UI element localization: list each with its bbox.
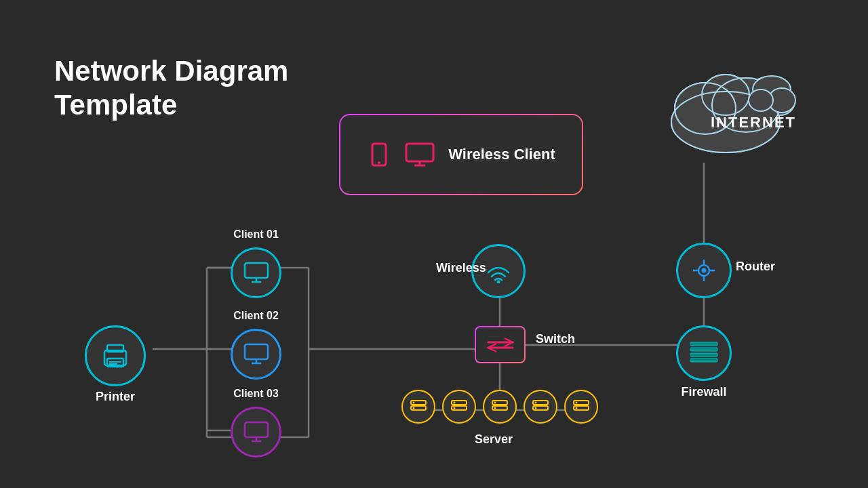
- cloud-icon: INTERNET: [651, 54, 800, 163]
- firewall-icon: [689, 340, 719, 367]
- server2-node: [442, 390, 476, 424]
- svg-point-80: [576, 407, 578, 409]
- svg-point-64: [413, 407, 415, 409]
- phone-icon: [367, 142, 391, 167]
- page-title: Network Diagram Template: [54, 54, 288, 123]
- svg-text:INTERNET: INTERNET: [711, 114, 796, 131]
- svg-rect-89: [690, 353, 717, 357]
- server2-icon: [450, 398, 468, 415]
- svg-point-21: [378, 161, 380, 164]
- switch-box: [475, 326, 526, 363]
- internet-cloud: INTERNET: [651, 54, 800, 163]
- svg-point-72: [494, 407, 496, 409]
- client02-monitor-icon: [243, 343, 269, 366]
- router-icon: [689, 256, 719, 285]
- svg-point-68: [454, 407, 456, 409]
- svg-point-63: [413, 402, 415, 404]
- client02-label: Client 02: [233, 310, 279, 322]
- client01-node: Client 01: [231, 247, 281, 298]
- switch-icon: [486, 336, 515, 354]
- printer-node: Printer: [85, 325, 146, 386]
- printer-label: Printer: [96, 390, 135, 404]
- server4-node: [524, 390, 557, 424]
- client03-label: Client 03: [233, 388, 279, 400]
- server-group: [401, 390, 598, 424]
- svg-point-71: [494, 402, 496, 404]
- server-label: Server: [475, 432, 513, 447]
- switch-label: Switch: [536, 332, 575, 346]
- client03-monitor-icon: [243, 421, 269, 444]
- svg-rect-90: [690, 359, 717, 362]
- wifi-icon: [485, 259, 512, 283]
- svg-point-86: [702, 268, 707, 273]
- svg-point-76: [535, 407, 537, 409]
- svg-point-58: [497, 281, 500, 284]
- client02-node: Client 02: [231, 329, 281, 380]
- server3-node: [483, 390, 517, 424]
- server5-node: [564, 390, 598, 424]
- monitor-small-icon: [405, 142, 435, 167]
- svg-rect-55: [245, 422, 268, 437]
- svg-point-67: [454, 402, 456, 404]
- svg-point-42: [749, 89, 773, 111]
- printer-icon: [100, 341, 130, 371]
- svg-rect-88: [690, 348, 717, 351]
- client03-node: Client 03: [231, 407, 281, 458]
- server3-icon: [491, 398, 509, 415]
- server4-icon: [532, 398, 549, 415]
- wireless-label: Wireless: [436, 261, 486, 275]
- client01-monitor-icon: [243, 262, 269, 285]
- wireless-node: Wireless: [471, 244, 526, 298]
- wireless-client-box: Wireless Client: [339, 114, 583, 195]
- router-label: Router: [736, 260, 775, 274]
- router-node: Router: [676, 243, 732, 298]
- svg-rect-87: [690, 342, 717, 346]
- server5-icon: [572, 398, 590, 415]
- client01-label: Client 01: [233, 228, 279, 241]
- svg-rect-52: [245, 344, 268, 359]
- firewall-label: Firewall: [681, 385, 726, 399]
- wireless-client-label: Wireless Client: [448, 146, 555, 163]
- svg-rect-22: [406, 144, 433, 161]
- firewall-node: Firewall: [676, 325, 732, 381]
- svg-rect-49: [245, 263, 268, 278]
- svg-point-75: [535, 402, 537, 404]
- server1-icon: [410, 398, 427, 415]
- svg-point-79: [576, 402, 578, 404]
- server1-node: [401, 390, 435, 424]
